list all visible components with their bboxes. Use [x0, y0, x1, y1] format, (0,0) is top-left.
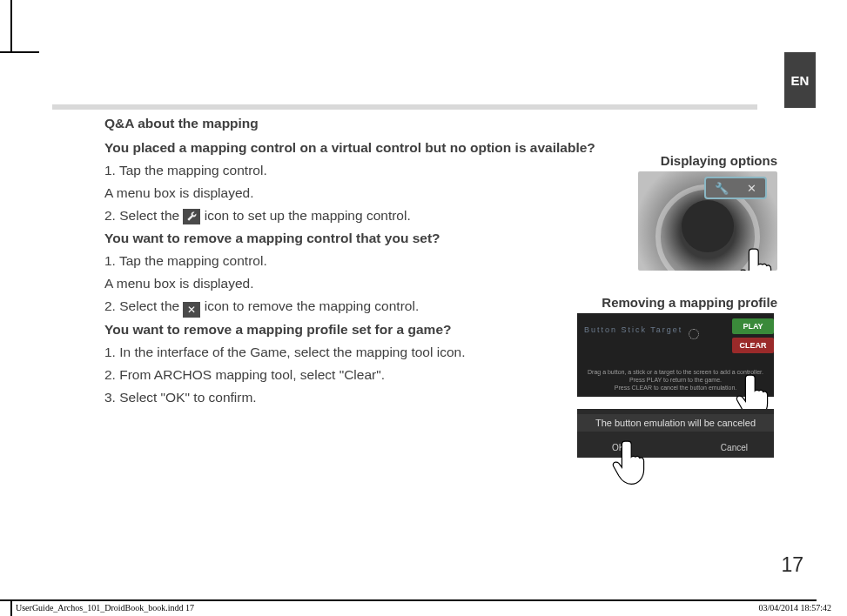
crop-mark	[0, 51, 39, 53]
section-rule	[52, 104, 757, 110]
mapping-row-labels: Button Stick Target	[584, 325, 682, 334]
footer-filename: UserGuide_Archos_101_DroidBook_book.indd…	[16, 603, 194, 613]
q3-step2: 2. From ARCHOS mapping tool, select "Cle…	[104, 365, 609, 385]
hand-pointer-icon	[734, 243, 777, 271]
q3-step1: 1. In the interface of the Game, select …	[104, 342, 609, 363]
cancel-button[interactable]: Cancel	[721, 443, 748, 452]
play-button[interactable]: PLAY	[732, 318, 774, 334]
q2-step1b: A menu box is displayed.	[104, 273, 609, 294]
joystick-thumb	[682, 200, 734, 252]
text: 2. Select the	[104, 208, 183, 223]
figure-displaying-options: 🔧 ✕	[638, 171, 777, 271]
wrench-icon	[183, 209, 200, 224]
crop-mark	[10, 600, 12, 616]
page: EN Q&A about the mapping You placed a ma…	[0, 0, 847, 616]
crop-mark	[10, 0, 12, 53]
options-popup: 🔧 ✕	[704, 177, 767, 199]
body-text: Q&A about the mapping You placed a mappi…	[104, 113, 609, 410]
footer-timestamp: 03/04/2014 18:57:42	[758, 603, 831, 613]
close-icon: ✕	[747, 182, 756, 195]
text: icon to remove the mapping control.	[200, 298, 419, 313]
dialog-message: The button emulation will be canceled	[577, 414, 774, 432]
q1-step1: 1. Tap the mapping control.	[104, 160, 609, 181]
q2-step2: 2. Select the ✕ icon to remove the mappi…	[104, 296, 609, 318]
q1-step1b: A menu box is displayed.	[104, 183, 609, 204]
text: icon to set up the mapping control.	[200, 208, 410, 223]
figure-mapping-tool: Button Stick Target PLAY CLEAR Drag a bu…	[577, 313, 774, 397]
figure-confirm-dialog: The button emulation will be canceled OK…	[577, 409, 774, 458]
gear-icon	[689, 329, 699, 339]
qa-heading: Q&A about the mapping	[104, 113, 609, 134]
wrench-icon: 🔧	[715, 182, 729, 195]
close-icon: ✕	[183, 302, 200, 318]
question-3: You want to remove a mapping profile set…	[104, 319, 609, 340]
clear-button[interactable]: CLEAR	[732, 338, 774, 353]
text: 2. Select the	[104, 298, 183, 313]
figure2-caption: Removing a mapping profile	[577, 295, 777, 310]
question-2: You want to remove a mapping control tha…	[104, 228, 609, 249]
q1-step2: 2. Select the icon to set up the mapping…	[104, 205, 609, 226]
hand-pointer-icon	[607, 435, 654, 487]
figures-column: Displaying options 🔧 ✕ Removing a mappin…	[577, 153, 777, 458]
crop-mark	[0, 599, 817, 601]
figure1-caption: Displaying options	[577, 153, 777, 168]
q3-step3: 3. Select "OK" to confirm.	[104, 387, 609, 408]
page-number: 17	[781, 553, 803, 577]
q2-step1: 1. Tap the mapping control.	[104, 251, 609, 271]
question-1: You placed a mapping control on a virtua…	[104, 137, 609, 158]
language-tab: EN	[784, 52, 816, 108]
